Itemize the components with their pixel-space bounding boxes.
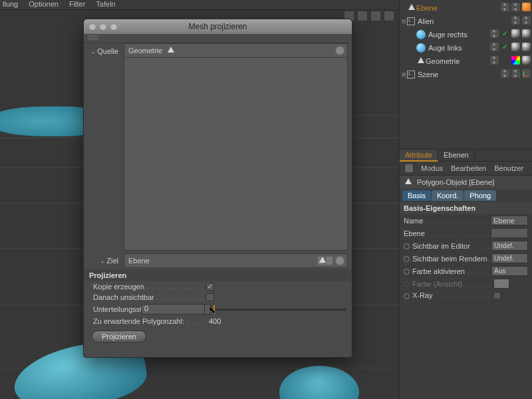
visibility-icon[interactable] bbox=[501, 3, 509, 11]
object-header: Polygon-Objekt [Ebene] bbox=[400, 176, 532, 189]
subdiv-slider[interactable] bbox=[213, 309, 346, 311]
picker-icon[interactable] bbox=[335, 46, 344, 55]
group-title: Basis-Eigenschaften bbox=[400, 202, 532, 214]
plane-icon bbox=[407, 4, 416, 12]
arrow-icon[interactable] bbox=[326, 257, 332, 265]
project-button[interactable]: Projizieren bbox=[92, 331, 146, 342]
tag-icon[interactable] bbox=[511, 29, 520, 38]
prop-farbe-akt-label: Farbe aktivieren bbox=[404, 267, 491, 275]
visibility-icon[interactable] bbox=[490, 56, 499, 65]
menu-item[interactable]: llung bbox=[3, 0, 18, 9]
subdiv-input[interactable]: 0 bbox=[141, 304, 205, 315]
sphere-icon bbox=[416, 43, 426, 53]
object-manager[interactable]: Ebene ⊟ Alien Auge rechts ✓ Auge links ✓… bbox=[400, 0, 532, 150]
plane-icon bbox=[416, 57, 426, 65]
spinner-icon[interactable] bbox=[204, 304, 211, 315]
tree-row[interactable]: Auge links ✓ bbox=[401, 41, 532, 55]
attribute-menu: Modus Bearbeiten Benutzer bbox=[400, 162, 532, 176]
tree-row[interactable]: Geometrie bbox=[401, 55, 532, 68]
gear-icon[interactable] bbox=[405, 164, 413, 172]
visibility-icon[interactable] bbox=[522, 16, 531, 25]
check-icon[interactable]: ✓ bbox=[501, 43, 509, 51]
prop-name-input[interactable] bbox=[491, 215, 528, 225]
expander-icon[interactable]: ⊞ bbox=[401, 72, 407, 78]
tag-icon[interactable] bbox=[522, 3, 531, 11]
prop-ebene-input[interactable] bbox=[491, 228, 528, 238]
visibility-icon[interactable] bbox=[490, 43, 499, 51]
tree-item-label: Ebene bbox=[416, 4, 438, 12]
visibility-icon[interactable] bbox=[511, 16, 520, 25]
prop-farbe-ansicht-swatch[interactable] bbox=[493, 279, 509, 289]
subtab-koord[interactable]: Koord. bbox=[432, 190, 464, 201]
tree-item-label: Auge links bbox=[428, 44, 462, 52]
axis-icon[interactable] bbox=[522, 69, 531, 78]
prop-sicht-editor-select[interactable]: Undef. bbox=[491, 241, 528, 251]
source-value: Geometrie bbox=[128, 47, 162, 55]
tree-row-ebene[interactable]: Ebene bbox=[401, 1, 532, 15]
polygon-icon bbox=[404, 178, 413, 186]
mesh-project-dialog: Mesh projizieren Quelle Geometrie Ziel E… bbox=[83, 19, 352, 358]
menu-item[interactable]: Optionen bbox=[29, 0, 59, 9]
tree-row[interactable]: Auge rechts ✓ bbox=[401, 28, 532, 41]
viewport-toolbar bbox=[344, 11, 394, 21]
visibility-icon[interactable] bbox=[511, 3, 520, 11]
visibility-icon[interactable] bbox=[490, 29, 499, 38]
tag-icon[interactable] bbox=[522, 29, 531, 38]
menu-item[interactable]: Modus bbox=[421, 164, 443, 172]
tree-item-label: Szene bbox=[418, 70, 438, 78]
viewport-tool-icon[interactable] bbox=[384, 11, 394, 21]
source-label: Quelle bbox=[84, 43, 124, 55]
target-field[interactable]: Ebene bbox=[124, 253, 348, 268]
prop-farbe-akt-select[interactable]: Aus bbox=[491, 266, 528, 276]
menu-item[interactable]: Bearbeiten bbox=[451, 164, 486, 172]
viewport-tool-icon[interactable] bbox=[358, 11, 367, 21]
prop-name-label: Name bbox=[404, 217, 491, 225]
dialog-title: Mesh projizieren bbox=[84, 22, 352, 31]
prop-xray-label: X-Ray bbox=[404, 291, 493, 299]
subtab-basis[interactable]: Basis bbox=[402, 190, 431, 201]
expander-icon[interactable]: ⊟ bbox=[401, 19, 407, 25]
polycount-value: 400 bbox=[209, 317, 221, 325]
tree-item-label: Alien bbox=[418, 17, 434, 25]
polygon-icon bbox=[166, 47, 176, 55]
tag-icon[interactable] bbox=[511, 56, 520, 65]
tag-icon[interactable] bbox=[511, 43, 520, 51]
visibility-icon[interactable] bbox=[511, 69, 520, 78]
subdiv-label: Unterteilungsstufe bbox=[93, 305, 141, 313]
tab-ebenen[interactable]: Ebenen bbox=[438, 150, 475, 161]
menu-item[interactable]: Benutzer bbox=[494, 164, 523, 172]
tree-item-label: Auge rechts bbox=[428, 31, 467, 39]
menu-item[interactable]: Tafeln bbox=[96, 0, 115, 9]
invisible-after-checkbox[interactable] bbox=[206, 293, 214, 301]
dialog-titlebar[interactable]: Mesh projizieren bbox=[84, 19, 352, 34]
dialog-grip[interactable] bbox=[84, 35, 352, 43]
tree-row-szene[interactable]: ⊞ Szene bbox=[401, 68, 532, 81]
prop-sicht-render-label: Sichtbar beim Rendern bbox=[404, 255, 491, 263]
tab-attribute[interactable]: Attribute bbox=[400, 150, 438, 162]
source-dropzone[interactable] bbox=[124, 58, 348, 251]
prop-sicht-editor-label: Sichtbar im Editor bbox=[404, 242, 491, 250]
copy-checkbox[interactable] bbox=[206, 283, 214, 291]
menu-item[interactable]: Filter bbox=[69, 0, 85, 9]
visibility-icon[interactable] bbox=[501, 69, 509, 78]
target-value: Ebene bbox=[128, 257, 150, 265]
prop-sicht-render-select[interactable]: Undef. bbox=[491, 253, 528, 263]
attribute-tabs: Attribute Ebenen bbox=[400, 150, 532, 162]
attribute-subtabs: Basis Koord. Phong bbox=[400, 189, 532, 201]
invisible-after-label: Danach unsichtbar bbox=[93, 293, 206, 301]
object-header-label: Polygon-Objekt [Ebene] bbox=[417, 178, 494, 186]
tree-row-alien[interactable]: ⊟ Alien bbox=[401, 15, 532, 28]
subtab-phong[interactable]: Phong bbox=[464, 190, 496, 201]
target-label: Ziel bbox=[84, 257, 124, 265]
source-field[interactable]: Geometrie bbox=[124, 43, 348, 58]
right-panel: Ebene ⊟ Alien Auge rechts ✓ Auge links ✓… bbox=[399, 0, 532, 399]
section-header: Projizieren bbox=[84, 269, 352, 281]
tag-icon[interactable] bbox=[522, 56, 531, 65]
viewport-tool-icon[interactable] bbox=[371, 11, 380, 21]
polycount-label: Zu erwartende Polygonzahl: bbox=[93, 317, 206, 325]
check-icon[interactable]: ✓ bbox=[501, 29, 509, 38]
prop-xray-checkbox[interactable] bbox=[493, 292, 501, 299]
tag-icon[interactable] bbox=[522, 43, 531, 51]
picker-icon[interactable] bbox=[335, 256, 344, 265]
prop-ebene-label: Ebene bbox=[404, 229, 491, 237]
